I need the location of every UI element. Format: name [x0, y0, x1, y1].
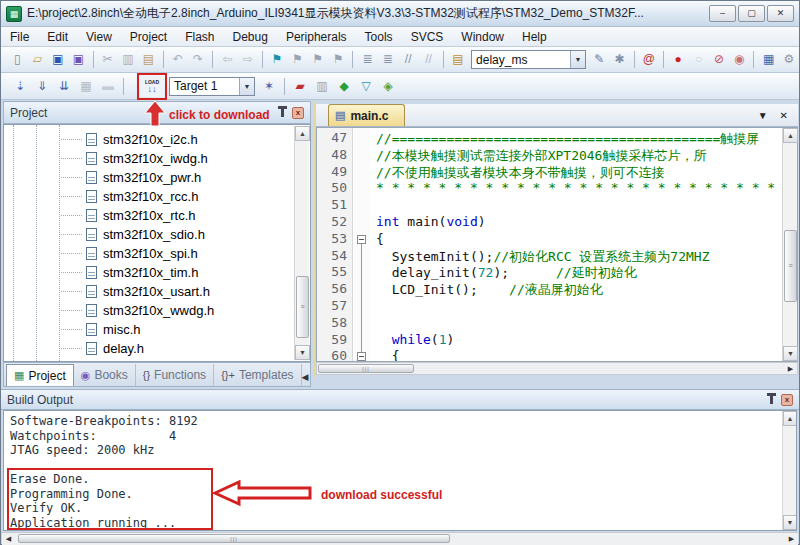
menu-file[interactable]: File	[1, 28, 38, 46]
paste-icon[interactable]: ▤	[139, 50, 157, 69]
scroll-down-icon[interactable]: ▼	[783, 346, 798, 361]
scroll-left-icon[interactable]: ◀	[2, 533, 15, 544]
tree-item[interactable]: stm32f10x_iwdg.h	[4, 149, 284, 168]
breakpoint-kill-icon[interactable]: ⊘	[710, 50, 728, 69]
comment-icon[interactable]: //	[399, 50, 417, 69]
watch-window-icon[interactable]: ✱	[610, 50, 628, 69]
build-output-vscrollbar[interactable]: ▲ ▼	[782, 411, 796, 530]
tab-close-icon[interactable]: ✕	[780, 110, 788, 121]
menu-peripherals[interactable]: Peripherals	[277, 28, 356, 46]
bookmark-prev-icon[interactable]: ⚑	[288, 50, 306, 69]
tab-main-c[interactable]: ▤ main.c	[328, 104, 405, 126]
tree-item[interactable]: stm32f10x_tim.h	[4, 263, 284, 282]
find-in-files-icon[interactable]: ▤	[449, 50, 467, 69]
open-file-icon[interactable]: ▱	[28, 50, 46, 69]
build-output-content[interactable]: Software-Breakpoints: 8192Watchpoints: 4…	[3, 410, 797, 531]
tree-item[interactable]: delay.h	[4, 339, 284, 358]
environment-icon[interactable]: ◆	[334, 77, 354, 96]
fold-collapse-icon[interactable]	[357, 352, 366, 361]
options-target-icon[interactable]: ✶	[259, 77, 279, 96]
menu-debug[interactable]: Debug	[224, 28, 277, 46]
books-manage-icon[interactable]: ▽	[356, 77, 376, 96]
bookmark-clear-icon[interactable]: ⚑	[329, 50, 347, 69]
save-all-icon[interactable]: ▣	[69, 50, 87, 69]
indent-icon[interactable]: ≣	[379, 50, 397, 69]
target-combobox[interactable]: Target 1▼	[169, 77, 255, 96]
editor-scroll-thumb[interactable]: ≡	[784, 230, 797, 302]
breakpoint-disable-icon[interactable]: ○	[689, 50, 707, 69]
pin-icon[interactable]	[281, 109, 284, 117]
hscroll-thumb[interactable]: |||	[18, 534, 450, 543]
tree-item[interactable]: stm32f10x_spi.h	[4, 244, 284, 263]
tree-item[interactable]: stm32f10x_usart.h	[4, 282, 284, 301]
scroll-down-icon[interactable]: ▼	[783, 515, 797, 530]
scroll-right-icon[interactable]: ▶	[784, 363, 797, 374]
tree-scrollbar[interactable]: ▲ ≡ ▼	[294, 126, 309, 360]
search-combobox[interactable]: delay_ms▼	[471, 50, 586, 69]
chevron-down-icon[interactable]: ▼	[239, 78, 254, 95]
new-file-icon[interactable]: ▯	[8, 50, 26, 69]
tree-item[interactable]: stm32f10x_rtc.h	[4, 206, 284, 225]
menu-svcs[interactable]: SVCS	[402, 28, 453, 46]
batch-build-icon[interactable]: ▦	[76, 77, 96, 96]
breakpoint-icon[interactable]: ●	[669, 50, 687, 69]
tree-item[interactable]: stm32f10x_wwdg.h	[4, 301, 284, 320]
tree-scroll-thumb[interactable]: ≡	[296, 276, 309, 338]
tree-item[interactable]: stm32f10x_i2c.h	[4, 130, 284, 149]
build-icon[interactable]: ⇓	[32, 77, 52, 96]
cut-icon[interactable]: ✂	[98, 50, 116, 69]
chevron-down-icon[interactable]: ▼	[570, 51, 585, 68]
breakpoint-enable-icon[interactable]: ◉	[730, 50, 748, 69]
uncomment-icon[interactable]: //	[419, 50, 437, 69]
build-output-hscrollbar[interactable]: ◀ ||| ▶	[2, 532, 798, 545]
menu-window[interactable]: Window	[452, 28, 513, 46]
scroll-down-icon[interactable]: ▼	[295, 345, 310, 360]
tab-project[interactable]: ▦Project	[6, 364, 74, 386]
tab-scroll-left-icon[interactable]: ◀	[302, 368, 309, 386]
scroll-up-icon[interactable]: ▲	[783, 128, 798, 143]
outdent-icon[interactable]: ≣	[358, 50, 376, 69]
file-extensions-icon[interactable]: ▥	[312, 77, 332, 96]
debug-windows-icon[interactable]: ▦ ▾	[759, 50, 777, 69]
bookmark-next-icon[interactable]: ⚑	[309, 50, 327, 69]
build-output-close-icon[interactable]: x	[781, 394, 793, 406]
scroll-up-icon[interactable]: ▲	[783, 411, 797, 426]
download-button[interactable]: LOAD↓↓	[140, 76, 164, 97]
scroll-right-icon[interactable]: ▶	[785, 533, 798, 544]
redo-icon[interactable]: ↷	[189, 50, 207, 69]
nav-back-icon[interactable]: ⇦	[218, 50, 236, 69]
menu-edit[interactable]: Edit	[38, 28, 77, 46]
undo-icon[interactable]: ↶	[168, 50, 186, 69]
stop-build-icon[interactable]: ▬	[98, 77, 118, 96]
project-panel-close-icon[interactable]: x	[292, 107, 304, 119]
editor-vscrollbar[interactable]: ▲ ≡ ▼	[782, 128, 797, 361]
tree-item[interactable]: stm32f10x_sdio.h	[4, 225, 284, 244]
annotate-icon[interactable]: ✎	[590, 50, 608, 69]
fold-collapse-icon[interactable]	[357, 235, 366, 244]
tree-item[interactable]: stm32f10x_rcc.h	[4, 187, 284, 206]
tab-books[interactable]: ◉Books	[74, 364, 136, 386]
pack-installer-icon[interactable]: ◈	[378, 77, 398, 96]
tab-list-dropdown-icon[interactable]: ▼	[758, 110, 768, 121]
pin-icon[interactable]	[770, 396, 773, 404]
rebuild-icon[interactable]: ⇊	[54, 77, 74, 96]
menu-tools[interactable]: Tools	[356, 28, 402, 46]
manage-items-icon[interactable]: ▰	[290, 77, 310, 96]
code-area[interactable]: 4748495051525354555657585960 //=========…	[316, 127, 798, 362]
find-icon[interactable]: @	[640, 50, 658, 69]
maximize-button[interactable]: ▢	[738, 5, 765, 22]
nav-forward-icon[interactable]: ⇨	[239, 50, 257, 69]
menu-project[interactable]: Project	[121, 28, 176, 46]
tree-item[interactable]: misc.h	[4, 320, 284, 339]
save-icon[interactable]: ▣	[49, 50, 67, 69]
menu-help[interactable]: Help	[513, 28, 556, 46]
close-button[interactable]: ✕	[767, 5, 794, 22]
editor-hscroll-thumb[interactable]: |||	[318, 364, 414, 373]
tree-item[interactable]: stm32f10x_pwr.h	[4, 168, 284, 187]
scroll-up-icon[interactable]: ▲	[295, 126, 310, 141]
wrench-icon[interactable]: ⚙	[780, 50, 798, 69]
bookmark-icon[interactable]: ⚑	[268, 50, 286, 69]
copy-icon[interactable]: ▥	[119, 50, 137, 69]
menu-view[interactable]: View	[77, 28, 121, 46]
tab-templates[interactable]: {}+Templates	[214, 364, 301, 386]
